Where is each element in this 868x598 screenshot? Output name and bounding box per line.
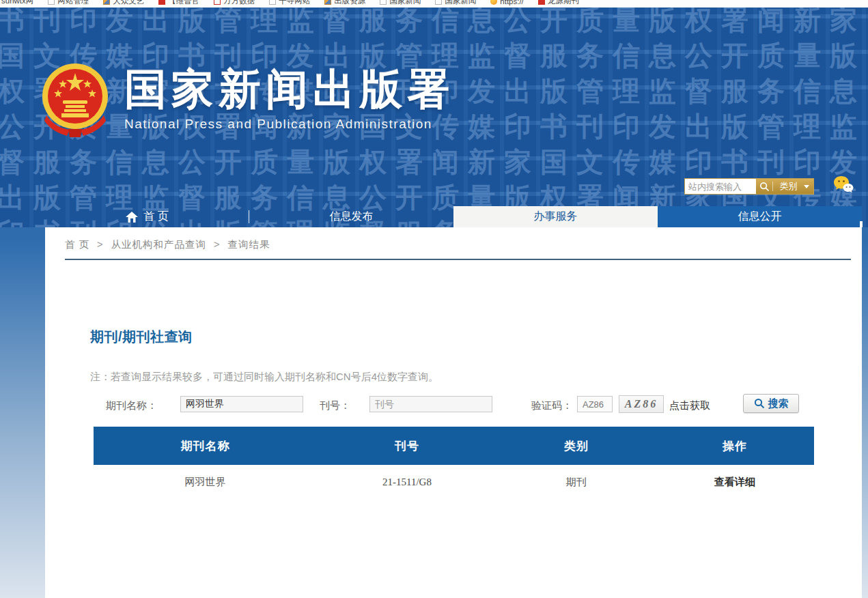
bookmark-label: 出版资源 (334, 0, 365, 6)
nav-label: 首 页 (143, 210, 168, 224)
bookmark-favicon (103, 0, 110, 5)
bookmark-item[interactable]: 国家新闻 (380, 0, 421, 6)
cell-category: 期刊 (497, 465, 656, 499)
breadcrumb-current: 查询结果 (228, 239, 270, 250)
search-button-label: 搜索 (768, 397, 789, 410)
bookmark-favicon (380, 0, 387, 5)
site-search-controls: 类别 (756, 179, 813, 194)
bookmark-favicon (48, 0, 55, 5)
bookmark-favicon (538, 0, 545, 5)
issn-input[interactable] (369, 396, 492, 412)
page-content: 首 页 > 从业机构和产品查询 > 查询结果 期刊/期刊社查询 注：若查询显示结… (45, 227, 862, 598)
bookmarks-row: suhwtx网 网站管理 大众文艺 【维普官 万方数据 千寻网站 出版资源 国家… (0, 0, 868, 6)
bookmark-label: 大众文艺 (113, 0, 144, 6)
bookmark-item[interactable]: 千寻网站 (269, 0, 310, 6)
breadcrumb-divider (65, 259, 851, 260)
nav-label: 信息公开 (738, 210, 782, 224)
column-header-name: 期刊名称 (94, 427, 317, 465)
search-button[interactable]: 搜索 (743, 394, 799, 413)
issn-label: 刊号： (320, 399, 350, 412)
site-subtitle-en: National Press and Publication Administr… (124, 117, 454, 132)
nav-edge-sliver (860, 221, 863, 227)
home-icon (126, 212, 138, 223)
site-header: 书刊印发出版管理监督服务信息公开质量版权署闻新家国文传媒印书刊印发出版管理监督服… (0, 8, 868, 227)
bookmark-item[interactable]: 大众文艺 (103, 0, 144, 6)
bookmark-item[interactable]: 网站管理 (48, 0, 89, 6)
bookmark-label: 龙源期刊 (548, 0, 579, 6)
query-form: 期刊名称： 刊号： 验证码： AZ86 点击获取 搜索 (45, 396, 862, 418)
bookmark-item[interactable]: 龙源期刊 (538, 0, 579, 6)
bookmark-favicon (214, 0, 221, 5)
bookmark-item[interactable]: 国家新闻 (435, 0, 476, 6)
site-title: 国家新闻出版署 (124, 66, 454, 113)
bookmark-label: 网站管理 (57, 0, 89, 6)
column-header-issn: 刊号 (317, 427, 497, 465)
search-category-dropdown[interactable]: 类别 (773, 180, 804, 193)
bookmark-label: 【维普官 (168, 0, 199, 6)
nav-item-news[interactable]: 信息发布 (249, 206, 453, 227)
bookmark-label: 国家新闻 (445, 0, 476, 6)
nav-item-services[interactable]: 办事服务 (453, 206, 658, 227)
brand-text: 国家新闻出版署 National Press and Publication A… (124, 62, 454, 132)
table-header-row: 期刊名称 刊号 类别 操作 (94, 427, 814, 465)
main-nav: 首 页 信息发布 办事服务 信息公开 (45, 206, 862, 227)
bookmark-label: 千寻网站 (279, 0, 310, 6)
breadcrumb-separator: > (97, 239, 103, 250)
nav-label: 办事服务 (534, 210, 578, 224)
bookmark-item[interactable]: 【维普官 (158, 0, 199, 6)
site-brand: 国家新闻出版署 National Press and Publication A… (41, 62, 454, 139)
bookmark-favicon (158, 0, 165, 5)
bookmark-item[interactable]: 万方数据 (214, 0, 255, 6)
search-icon (754, 398, 765, 409)
bookmark-label: https:// (500, 0, 524, 5)
site-search-widget: 类别 (684, 178, 814, 195)
results-table: 期刊名称 刊号 类别 操作 网羽世界 21-1511/G8 期刊 查看详细 (94, 427, 814, 499)
journal-name-label: 期刊名称： (106, 399, 157, 412)
nav-label: 信息发布 (330, 210, 374, 224)
captcha-refresh-link[interactable]: 点击获取 (669, 399, 710, 412)
browser-bookmarks-bar: suhwtx网 网站管理 大众文艺 【维普官 万方数据 千寻网站 出版资源 国家… (0, 0, 868, 8)
bookmark-item[interactable]: https:// (490, 0, 524, 5)
breadcrumb-separator: > (214, 239, 220, 250)
nav-item-disclosure[interactable]: 信息公开 (658, 206, 862, 227)
wechat-icon[interactable] (833, 175, 854, 197)
column-header-action: 操作 (656, 427, 814, 465)
page-title: 期刊/期刊社查询 (90, 328, 193, 346)
captcha-image[interactable]: AZ86 (619, 395, 664, 413)
view-detail-link[interactable]: 查看详细 (656, 465, 814, 499)
bookmark-label: 国家新闻 (389, 0, 421, 6)
column-header-category: 类别 (497, 427, 656, 465)
table-row: 网羽世界 21-1511/G8 期刊 查看详细 (94, 465, 814, 499)
breadcrumb-query[interactable]: 从业机构和产品查询 (111, 239, 207, 250)
breadcrumb: 首 页 > 从业机构和产品查询 > 查询结果 (65, 238, 270, 251)
cell-journal-name: 网羽世界 (94, 465, 317, 499)
journal-name-input[interactable] (180, 396, 303, 412)
bookmark-favicon (269, 0, 276, 5)
national-emblem-logo (41, 62, 109, 139)
bookmark-item[interactable]: suhwtx网 (1, 0, 33, 6)
breadcrumb-home[interactable]: 首 页 (65, 239, 89, 250)
bookmark-label: suhwtx网 (1, 0, 33, 6)
bookmark-item[interactable]: 出版资源 (324, 0, 365, 6)
bookmark-label: 万方数据 (223, 0, 255, 6)
query-note: 注：若查询显示结果较多，可通过同时输入期刊名称和CN号后4位数字查询。 (90, 371, 438, 384)
bookmark-favicon (490, 0, 497, 5)
captcha-label: 验证码： (531, 399, 572, 412)
bookmark-favicon (324, 0, 331, 5)
search-icon[interactable] (756, 179, 772, 194)
captcha-input[interactable] (577, 396, 613, 412)
site-search-input[interactable] (685, 179, 756, 194)
chevron-down-icon[interactable] (804, 185, 809, 188)
cell-issn: 21-1511/G8 (317, 465, 497, 499)
nav-item-home[interactable]: 首 页 (45, 206, 249, 227)
bookmark-favicon (435, 0, 442, 5)
